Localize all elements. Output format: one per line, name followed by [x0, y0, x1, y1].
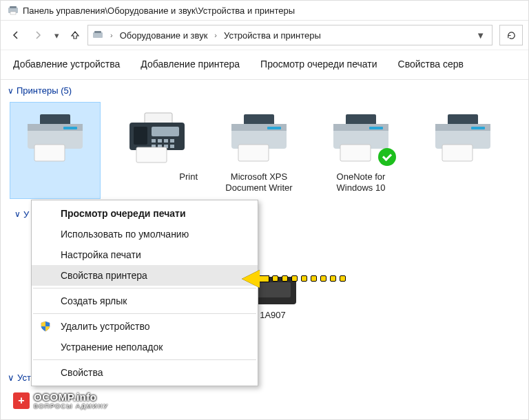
watermark-site: OCOMP.info — [34, 391, 109, 403]
group-label-partial: У — [23, 209, 29, 220]
svg-rect-2 — [10, 12, 16, 14]
device-item-selected[interactable] — [10, 103, 100, 198]
watermark-subtitle: ВОПРОСЫ АДМИНУ — [34, 403, 109, 410]
menu-printer-properties[interactable]: Свойства принтера — [32, 265, 258, 286]
printer-icon — [10, 107, 100, 169]
fax-icon — [112, 107, 202, 169]
navigation-bar: ▾ › Оборудование и звук › Устройства и п… — [1, 21, 528, 50]
printers-list: Print Microsoft XPS Document Writer — [1, 98, 528, 207]
svg-rect-17 — [170, 139, 174, 143]
uac-shield-icon — [40, 321, 51, 332]
device-item[interactable]: Microsoft XPS Document Writer — [214, 103, 304, 198]
svg-rect-13 — [152, 127, 179, 136]
toolbar-add-device[interactable]: Добавление устройства — [13, 59, 120, 70]
breadcrumb-hardware-sound[interactable]: Оборудование и звук — [120, 30, 208, 41]
svg-rect-26 — [267, 127, 281, 129]
svg-rect-4 — [94, 31, 101, 33]
svg-rect-3 — [93, 32, 103, 38]
address-bar[interactable]: › Оборудование и звук › Устройства и при… — [87, 25, 492, 45]
watermark-badge-icon: + — [13, 392, 30, 409]
svg-rect-27 — [238, 145, 269, 161]
svg-rect-36 — [471, 127, 485, 129]
device-item[interactable]: OneNote for Windows 10 — [316, 103, 406, 198]
control-panel-icon — [8, 5, 19, 16]
chevron-down-icon: ∨ — [8, 372, 14, 383]
svg-rect-21 — [170, 145, 174, 148]
chevron-down-icon: ∨ — [14, 209, 21, 219]
printer-icon — [418, 107, 508, 169]
svg-rect-37 — [442, 145, 473, 161]
menu-create-shortcut[interactable]: Создать ярлык — [32, 291, 258, 311]
menu-set-default[interactable]: Использовать по умолчанию — [32, 224, 258, 244]
svg-rect-1 — [10, 6, 17, 8]
back-button[interactable] — [6, 25, 25, 45]
refresh-button[interactable] — [499, 25, 523, 45]
address-dropdown-button[interactable]: ▼ — [473, 30, 488, 41]
device-label: Microsoft XPS Document Writer — [214, 169, 304, 198]
menu-printing-preferences[interactable]: Настройка печати — [32, 244, 258, 265]
annotation-arrow — [242, 270, 349, 288]
chevron-right-icon[interactable]: › — [211, 31, 220, 39]
up-button[interactable] — [65, 25, 85, 45]
toolbar-server-properties[interactable]: Свойства серв — [398, 59, 464, 70]
svg-rect-32 — [340, 145, 371, 161]
printer-icon — [316, 107, 406, 169]
chevron-down-icon: ∨ — [8, 86, 14, 96]
recent-locations-button[interactable]: ▾ — [50, 25, 63, 45]
device-item[interactable] — [418, 103, 508, 198]
menu-properties[interactable]: Свойства — [32, 362, 258, 383]
watermark: + OCOMP.info ВОПРОСЫ АДМИНУ — [13, 391, 109, 410]
printer-icon — [214, 107, 304, 169]
svg-rect-15 — [158, 139, 162, 143]
default-check-badge — [378, 148, 396, 166]
menu-view-print-queue[interactable]: Просмотр очереди печати — [32, 203, 258, 224]
svg-rect-14 — [152, 139, 156, 143]
menu-remove-device-label: Удалить устройство — [61, 321, 149, 332]
group-label-printers: Принтеры (5) — [17, 85, 72, 96]
device-label — [10, 169, 100, 187]
svg-rect-22 — [136, 147, 167, 162]
svg-rect-12 — [134, 127, 147, 145]
forward-button[interactable] — [28, 25, 48, 45]
svg-rect-8 — [63, 127, 77, 129]
menu-remove-device[interactable]: Удалить устройство — [32, 316, 258, 337]
svg-rect-16 — [164, 139, 168, 143]
control-panel-crumb-icon — [92, 30, 103, 41]
svg-rect-9 — [34, 145, 65, 161]
chevron-right-icon[interactable]: › — [107, 31, 116, 39]
svg-rect-10 — [145, 113, 172, 124]
group-header-printers[interactable]: ∨ Принтеры (5) — [1, 83, 528, 98]
context-menu: Просмотр очереди печати Использовать по … — [31, 200, 258, 386]
command-toolbar: Добавление устройства Добавление принтер… — [1, 50, 528, 78]
window-titlebar: Панель управления\Оборудование и звук\Ус… — [1, 1, 528, 21]
svg-rect-31 — [369, 127, 383, 129]
window-title: Панель управления\Оборудование и звук\Ус… — [23, 6, 295, 16]
device-label: OneNote for Windows 10 — [316, 169, 406, 198]
device-item[interactable]: Print — [112, 103, 202, 198]
menu-troubleshoot[interactable]: Устранение неполадок — [32, 337, 258, 357]
device-label: Print — [112, 169, 202, 187]
breadcrumb-devices-printers[interactable]: Устройства и принтеры — [224, 30, 321, 41]
toolbar-view-queue[interactable]: Просмотр очереди печати — [260, 59, 377, 70]
toolbar-add-printer[interactable]: Добавление принтера — [141, 59, 240, 70]
device-label — [418, 169, 508, 187]
